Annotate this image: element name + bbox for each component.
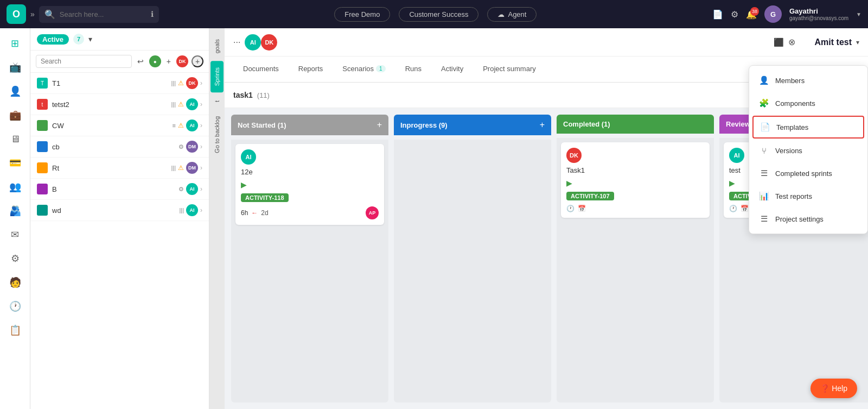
add-project-button[interactable]: + [164,55,173,68]
notification-badge: 38 [750,7,759,16]
settings-icon-button[interactable]: ⚙ [731,9,738,20]
user-chip-dk[interactable]: DK [176,55,188,67]
free-demo-button[interactable]: Free Demo [334,7,390,22]
sidebar-item-monitor[interactable]: 🖥 [4,128,26,150]
header-more-button[interactable]: ⊗ [788,37,795,47]
filter-button[interactable]: ⬛ [774,37,784,47]
menu-item-versions[interactable]: ⑂ Versions [749,140,867,162]
time-value: 6h [241,209,248,217]
test-reports-label: Test reports [775,192,812,200]
menu-item-project-settings[interactable]: ☰ Project settings [749,207,867,230]
menu-item-members[interactable]: 👤 Members [749,69,867,92]
card-footer: 6h ← 2d AP [241,206,379,219]
card-user-avatar: AI [729,148,744,163]
tab-runs[interactable]: Runs [395,57,431,81]
vtab-t[interactable]: t [210,94,224,109]
sidebar-item-group[interactable]: 👥 [4,176,26,198]
project-name: T1 [52,79,167,87]
more-dots-button[interactable]: ··· [233,37,240,47]
user-name: Gayathri [789,7,848,15]
plus-button[interactable]: + [192,55,203,67]
help-button[interactable]: ❓ Help [810,379,857,398]
col-body-inprogress [394,140,551,402]
play-icon[interactable]: ▶ [241,180,379,189]
green-circle-button[interactable]: ● [149,55,161,67]
app-logo[interactable]: O [7,4,26,24]
user-chip-tetst2: AI [186,98,198,110]
sidebar-icons: ⊞ 📺 👤 💼 🖥 💳 👥 🫂 ✉ ⚙ 🧑 🕐 📋 [0,28,30,409]
header-avatar-dk: DK [261,34,277,51]
customer-success-button[interactable]: Customer Success [399,7,478,22]
nav-expand-icon[interactable]: » [30,10,35,18]
list-item[interactable]: t tetst2 ||| ⚠ AI › [30,94,209,115]
agent-button[interactable]: ☁ Agent [487,7,537,22]
user-chip-t1: DK [186,77,198,89]
tab-scenarios[interactable]: Scenarios 1 [333,57,395,81]
sidebar-item-file[interactable]: 📋 [4,319,26,341]
sidebar-item-clock[interactable]: 🕐 [4,295,26,317]
undo-button[interactable]: ↩ [135,55,146,68]
menu-item-templates[interactable]: 📄 Templates [752,116,864,139]
list-item[interactable]: wd ||| AI › [30,200,209,221]
sidebar-header: Active 7 ▾ [30,28,209,51]
project-search-input[interactable] [36,55,132,68]
tab-activity[interactable]: Activity [431,57,473,81]
user-chip-cb: DM [186,141,198,153]
search-input[interactable] [60,10,146,18]
completed-sprints-label: Completed sprints [775,169,832,178]
sidebar-item-mail[interactable]: ✉ [4,224,26,246]
main-layout: ⊞ 📺 👤 💼 🖥 💳 👥 🫂 ✉ ⚙ 🧑 🕐 📋 Active 7 ▾ ↩ ●… [0,28,868,409]
notification-icon-button[interactable]: 🔔38 [746,9,757,20]
avatar[interactable]: G [764,5,782,23]
menu-item-completed-sprints[interactable]: ☰ Completed sprints [749,162,867,185]
sidebar-item-briefcase[interactable]: 💼 [4,104,26,126]
clock-icon: 🕐 [729,205,737,212]
tab-reports[interactable]: Reports [289,57,333,81]
card-user-chip-ap: AP [366,206,379,219]
project-title-dropdown[interactable]: ▾ [856,39,859,46]
project-meta: ≡ ⚠ AI › [173,119,202,131]
col-add-inprogress[interactable]: + [540,120,545,130]
list-item[interactable]: B ⚙ AI › [30,179,209,200]
menu-item-components[interactable]: 🧩 Components [749,92,867,115]
play-icon[interactable]: ▶ [566,179,704,187]
sidebar-item-users[interactable]: 👤 [4,80,26,102]
list-item[interactable]: T T1 ||| ⚠ DK › [30,73,209,94]
user-chip-wd: AI [186,204,198,216]
sidebar-item-tv[interactable]: 📺 [4,56,26,78]
search-icon: 🔍 [44,9,55,20]
project-pin [37,205,48,216]
project-pin: t [37,99,48,110]
templates-icon: 📄 [760,122,770,132]
clock-icon: 🕐 [566,205,575,212]
sidebar-item-dashboard[interactable]: ⊞ [4,33,26,54]
card-footer: 🕐 📅 [566,205,704,212]
activity-badge: ACTIVITY-118 [241,193,289,202]
tab-project-summary[interactable]: Project summary [473,57,546,81]
col-add-not-started[interactable]: + [377,120,382,130]
project-meta: ||| AI › [179,204,202,216]
list-item[interactable]: Rt ||| ⚠ DM › [30,158,209,179]
calendar-icon: 📅 [741,205,749,212]
sidebar-item-card[interactable]: 💳 [4,152,26,174]
menu-item-test-reports[interactable]: 📊 Test reports [749,185,867,207]
list-item[interactable]: CW ≡ ⚠ AI › [30,115,209,136]
sidebar-toolbar: ↩ ● + DK + [30,51,209,73]
members-icon: 👤 [759,75,769,85]
kanban-card[interactable]: DK Task1 ▶ ACTIVITY-107 🕐 📅 [561,142,710,218]
sidebar-item-settings[interactable]: ⚙ [4,248,26,269]
vtab-backlog[interactable]: Go to backlog [210,110,224,160]
vtab-goals[interactable]: goals [210,33,224,60]
project-name: CW [52,122,168,130]
document-icon-button[interactable]: 📄 [712,9,723,20]
sidebar-dropdown-button[interactable]: ▾ [88,35,92,43]
kanban-card[interactable]: AI 12e ▶ ACTIVITY-118 6h ← 2d AP [235,144,384,225]
list-item[interactable]: cb ⚙ DM › [30,136,209,158]
project-name: wd [52,206,175,215]
tab-documents[interactable]: Documents [233,57,289,81]
sidebar-item-team[interactable]: 🫂 [4,200,26,222]
col-header-inprogress: Inprogress (9) + [394,115,551,135]
user-dropdown-arrow[interactable]: ▼ [856,11,861,17]
vtab-sprints[interactable]: Sprints [210,61,224,92]
sidebar-item-person[interactable]: 🧑 [4,272,26,293]
